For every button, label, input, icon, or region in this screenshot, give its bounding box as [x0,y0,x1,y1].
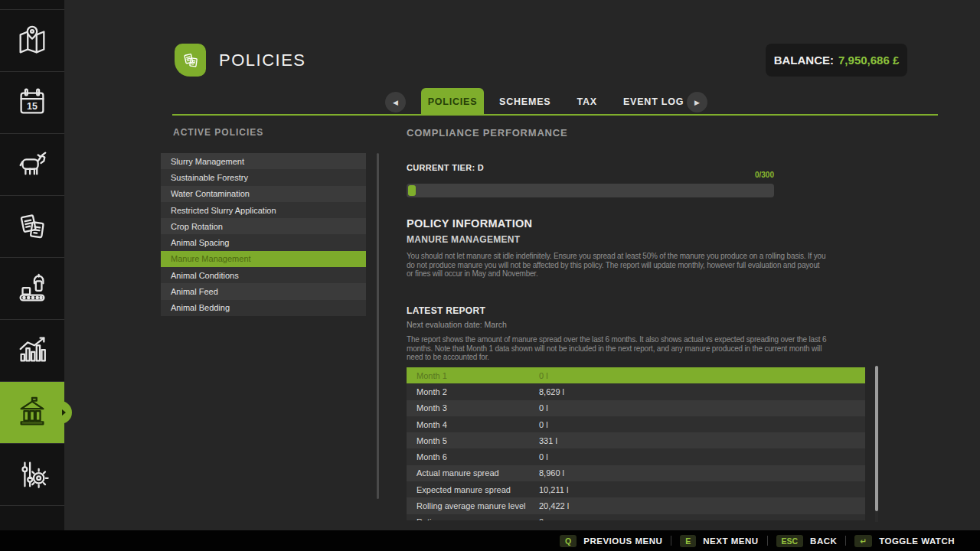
animals-icon [15,147,50,182]
hint-divider [845,536,846,546]
report-row: Rating0 [407,514,865,520]
report-row-value: 0 l [539,420,548,429]
report-row: Expected manure spread10,211 l [407,481,865,497]
policy-list-item[interactable]: Animal Conditions [161,267,366,283]
compliance-progress-bar [407,184,774,197]
report-row-label: Month 6 [407,452,539,461]
tab-event-log[interactable]: EVENT LOG [623,96,684,107]
policy-name: MANURE MANAGEMENT [407,234,520,245]
keycap: Q [560,535,577,547]
sidebar-items: 15 [0,10,64,506]
report-row-label: Month 3 [407,403,539,412]
tab-bar: SCHEMESTAXEVENT LOG [499,88,684,116]
statistics-icon [15,333,50,368]
report-row-value: 10,211 l [539,485,568,494]
report-row-label: Month 2 [407,387,539,396]
report-row: Rolling average manure level20,422 l [407,497,865,514]
report-row-value: 20,422 l [539,501,569,510]
balance-badge: BALANCE: 7,950,686 £ [766,44,907,77]
key-hints-bar: QPREVIOUS MENUENEXT MENUESCBACK↵TOGGLE W… [560,530,955,551]
contracts-icon [15,209,50,244]
keycap: E [680,535,696,547]
report-description: The report shows the amount of manure sp… [407,335,827,362]
policy-list-item[interactable]: Animal Feed [161,283,366,299]
policies-papers-icon [175,44,206,77]
tab-underline [172,114,938,116]
report-row-label: Rating [407,517,539,520]
sidebar-partial-item [0,0,64,10]
report-row-label: Month 1 [407,371,539,380]
finances-icon [15,395,50,430]
balance-value: 7,950,686 £ [838,54,899,67]
report-row-value: 8,960 l [539,468,564,478]
keycap: ESC [776,535,804,547]
sidebar-item-settings[interactable] [0,444,64,506]
report-row: Month 40 l [407,416,865,432]
active-policies-list: Slurry ManagementSustainable ForestryWat… [161,153,366,316]
key-hint-label: BACK [810,536,837,546]
policy-list-item[interactable]: Water Contamination [161,186,366,202]
report-row-value: 8,629 l [539,387,564,396]
key-hint: ENEXT MENU [680,535,758,547]
active-policies-heading: ACTIVE POLICIES [173,127,263,138]
policy-list-item[interactable]: Animal Spacing [161,234,366,250]
report-row: Month 5331 l [407,432,865,448]
policy-description: You should not let manure sit idle indef… [407,252,827,279]
settings-icon [15,457,50,492]
tab-tax[interactable]: TAX [577,96,596,107]
key-hint: ESCBACK [776,535,838,547]
hint-divider [767,536,768,546]
tab-policies[interactable]: POLICIES [421,88,484,116]
sidebar-partial-item-bottom [0,506,64,530]
compliance-score: 0/300 [407,171,774,179]
report-row-value: 0 l [539,371,548,380]
policy-list-item[interactable]: Sustainable Forestry [161,169,366,185]
policy-list-item[interactable]: Crop Rotation [161,218,366,234]
report-row-label: Month 5 [407,436,539,445]
key-hint-label: NEXT MENU [703,536,758,546]
report-row-label: Expected manure spread [407,485,539,494]
sidebar-item-calendar[interactable]: 15 [0,72,64,134]
keycap: ↵ [854,535,872,547]
key-hint: QPREVIOUS MENU [560,535,662,547]
policy-list-item[interactable]: Restricted Slurry Application [161,202,366,218]
right-arrow-icon[interactable]: ▶ [687,92,707,112]
key-hint-label: PREVIOUS MENU [583,536,662,546]
policies-scrollbar[interactable] [377,153,379,499]
report-row-label: Rolling average manure level [407,501,539,510]
policy-list-item[interactable]: Animal Bedding [161,300,366,316]
report-row-label: Actual manure spread [407,468,539,478]
sidebar-item-finances[interactable] [0,382,64,444]
left-arrow-icon[interactable]: ◀ [385,92,406,112]
key-hint: ↵TOGGLE WATCH [854,535,955,547]
balance-label: BALANCE: [774,54,834,67]
policy-list-item[interactable]: Slurry Management [161,153,366,169]
report-scrollbar-thumb[interactable] [875,366,878,511]
calendar-icon: 15 [15,85,50,120]
report-row: Actual manure spread8,960 l [407,465,865,481]
report-row-value: 0 l [539,452,548,461]
tab-schemes[interactable]: SCHEMES [499,96,550,107]
report-table: Month 10 lMonth 28,629 lMonth 30 lMonth … [407,367,865,520]
sidebar-item-statistics[interactable] [0,320,64,382]
policies-screen: 15 POLICIES BALANCE: 7,950,686 £ ◀ POLIC… [0,0,980,530]
map-icon [15,23,50,58]
report-row: Month 10 l [407,367,865,383]
report-row: Month 30 l [407,400,865,416]
policy-info-heading: POLICY INFORMATION [407,217,532,230]
policy-list-item[interactable]: Manure Management [161,251,366,267]
report-row-value: 0 [539,517,544,520]
sidebar-item-production[interactable] [0,258,64,320]
production-icon [15,271,50,306]
sidebar-item-animals[interactable] [0,134,64,196]
sidebar-item-contracts[interactable] [0,196,64,258]
compliance-progress-fill [408,185,416,196]
sidebar-item-map[interactable] [0,10,64,72]
compliance-heading: COMPLIANCE PERFORMANCE [407,127,567,139]
key-hint-label: TOGGLE WATCH [879,536,955,546]
svg-text:15: 15 [27,101,38,112]
sidebar: 15 [0,0,64,530]
latest-report-heading: LATEST REPORT [407,305,485,316]
report-row-value: 0 l [539,403,548,412]
next-evaluation-date: Next evaluation date: March [407,320,507,329]
